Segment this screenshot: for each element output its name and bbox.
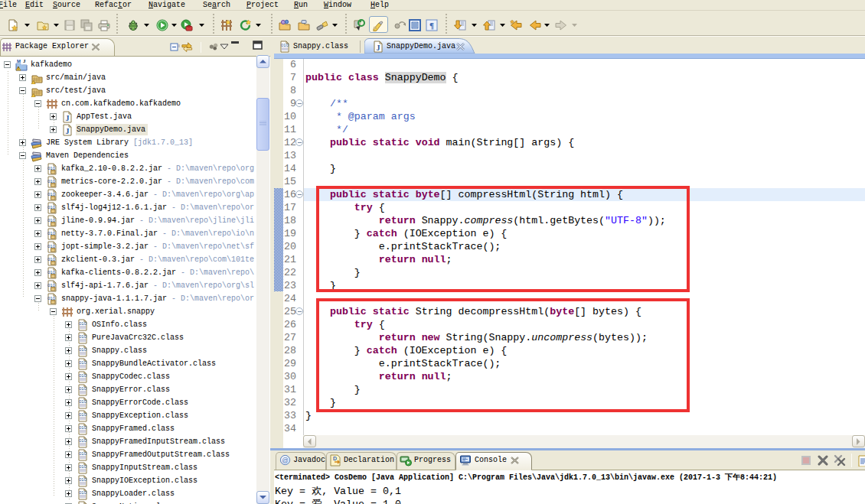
svg-text:010: 010 [79, 490, 87, 495]
svg-text:¶: ¶ [429, 21, 434, 30]
svg-text:J: J [66, 114, 70, 122]
svg-text:010: 010 [79, 438, 87, 443]
svg-text:D: D [333, 456, 337, 461]
svg-text:010: 010 [281, 43, 289, 47]
svg-text:010: 010 [79, 412, 87, 417]
svg-text:010: 010 [79, 477, 87, 482]
svg-text:010: 010 [79, 334, 87, 339]
svg-text:J: J [23, 59, 26, 64]
svg-text:010: 010 [79, 386, 87, 391]
svg-text:010: 010 [79, 425, 87, 430]
svg-text:010: 010 [79, 360, 87, 365]
svg-text:010: 010 [79, 373, 87, 378]
svg-text:J: J [66, 127, 70, 135]
svg-text:010: 010 [79, 451, 87, 456]
svg-text:010: 010 [79, 399, 87, 404]
svg-text:010: 010 [79, 464, 87, 469]
svg-text:010: 010 [79, 321, 87, 326]
svg-text:010: 010 [79, 347, 87, 352]
svg-text:J: J [377, 44, 380, 52]
svg-text:M: M [17, 59, 21, 63]
svg-text:@: @ [282, 457, 289, 464]
